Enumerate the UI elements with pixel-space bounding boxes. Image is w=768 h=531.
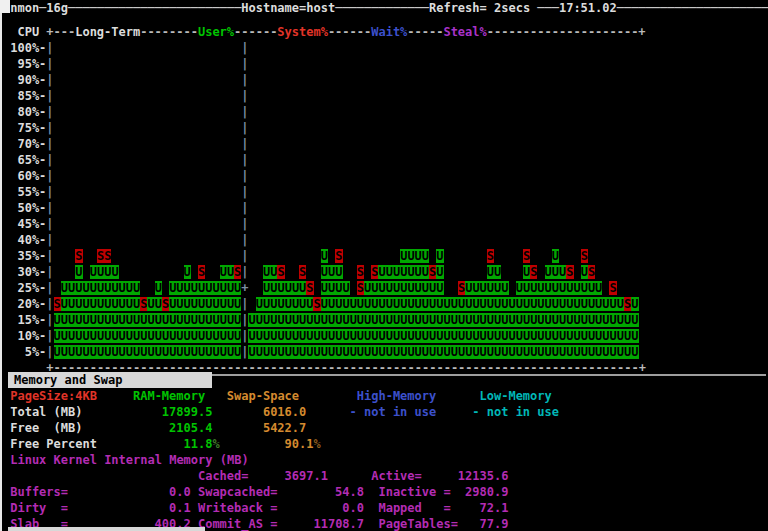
cpu-user-cell: U (494, 265, 501, 279)
cpu-user-cell: U (234, 345, 241, 359)
kernel-row-buffers-seg-3: 54.8 (335, 484, 364, 500)
cpu-system-cell: S (566, 265, 573, 279)
kernel-row-dirty-seg-1: 0.1 (169, 500, 191, 516)
chart-cursor-line: | (241, 136, 248, 152)
kernel-row-slab-seg-4: PageTables= (378, 516, 457, 531)
total-row-seg-4: - not in use (472, 404, 559, 420)
chart-cursor-line: | (241, 328, 248, 344)
kernel-row-cached-seg-3: 12135.6 (458, 468, 509, 484)
kernel-row-buffers-seg-1: 0.0 (169, 484, 191, 500)
title-segment-2: Refresh= 2secs ─── (429, 0, 559, 16)
y-axis-label-85pct: 85%- (17, 88, 46, 104)
title-segment-3: 17:51.02───────────────────── (559, 0, 768, 16)
cpu-header-segment-12: + (638, 24, 645, 40)
y-axis-label-25pct: 25%- (17, 280, 46, 296)
chart-left-border: | (46, 152, 53, 168)
cpu-user-cell: U (631, 313, 638, 327)
y-axis-label-30pct: 30%- (17, 264, 46, 280)
cpu-header-segment-9: ----- (407, 24, 443, 40)
memory-section-rule (212, 374, 766, 376)
cpu-system-cell: S (234, 265, 241, 279)
y-axis-label-90pct: 90%- (17, 72, 46, 88)
chart-cursor-line: | (241, 120, 248, 136)
y-axis-label-45pct: 45%- (17, 216, 46, 232)
chart-left-border: | (46, 136, 53, 152)
y-axis-label-65pct: 65%- (17, 152, 46, 168)
chart-left-border: | (46, 328, 53, 344)
y-axis-label-70pct: 70%- (17, 136, 46, 152)
total-row-seg-0: Total (MB) (10, 404, 82, 420)
cpu-system-cell: S (581, 249, 588, 263)
kernel-row-slab-seg-5: 77.9 (480, 516, 509, 531)
chart-left-border: | (46, 248, 53, 264)
chart-cursor-line: | (241, 88, 248, 104)
chart-left-border: | (46, 40, 53, 56)
chart-left-border: | (46, 72, 53, 88)
chart-cursor-line: | (241, 200, 248, 216)
free-row-seg-1: 2105.4 (169, 420, 212, 436)
y-axis-label-15pct: 15%- (17, 312, 46, 328)
cpu-user-cell: U (234, 297, 241, 311)
kernel-row-dirty-seg-3: 0.0 (342, 500, 364, 516)
cpu-header-segment-5: ------ (234, 24, 277, 40)
y-axis-label-35pct: 35%- (17, 248, 46, 264)
cpu-user-cell: U (75, 265, 82, 279)
cpu-user-cell: U (436, 281, 443, 295)
total-row-seg-2: 6016.0 (263, 404, 306, 420)
chart-cursor-line: | (241, 184, 248, 200)
cpu-header-segment-3: -------- (140, 24, 198, 40)
chart-cursor-line: | (241, 56, 248, 72)
kernel-row-dirty-seg-4: Mapped = (378, 500, 450, 516)
y-axis-label-40pct: 40%- (17, 232, 46, 248)
title-segment-0: nmon─16g──────────────────────── (10, 0, 241, 16)
chart-cursor-line: | (241, 152, 248, 168)
terminal-cursor-block (0, 0, 10, 13)
cpu-system-cell: S (487, 249, 494, 263)
kernel-row-buffers-seg-2: Swapcached= (198, 484, 277, 500)
chart-cursor-line: | (241, 232, 248, 248)
y-axis-label-55pct: 55%- (17, 184, 46, 200)
free-percent-row-seg-0: Free Percent (10, 436, 97, 452)
pagesize-row-seg-4: Low-Memory (480, 388, 552, 404)
cpu-user-cell: U (184, 265, 191, 279)
chart-cursor-plus: + (241, 280, 248, 296)
free-percent-row-seg-1: 11.8 (184, 436, 213, 452)
kernel-row-slab-seg-2: Commit_AS = (198, 516, 277, 531)
chart-left-border: | (46, 200, 53, 216)
cpu-system-cell: S (104, 249, 111, 263)
memory-section-header: Memory and Swap (8, 372, 212, 388)
terminal-left-border (0, 0, 2, 531)
cpu-user-cell: U (436, 249, 443, 263)
cpu-header-segment-2: Long-Term (75, 24, 140, 40)
cpu-user-cell: U (631, 345, 638, 359)
chart-left-border: | (46, 216, 53, 232)
cpu-system-cell: S (357, 265, 364, 279)
cpu-system-cell: S (588, 265, 595, 279)
chart-left-border: | (46, 168, 53, 184)
cpu-user-cell: U (631, 329, 638, 343)
cpu-system-cell: S (609, 281, 616, 295)
cpu-user-cell: U (111, 265, 118, 279)
kernel-row-dirty-seg-5: 72.1 (480, 500, 509, 516)
y-axis-label-80pct: 80%- (17, 104, 46, 120)
memory-section-title: Memory and Swap (14, 372, 122, 388)
free-percent-row-seg-2: % (212, 436, 219, 452)
kernel-row-cached-seg-0: Cached= (198, 468, 249, 484)
kernel-row-buffers-seg-0: Buffers= (10, 484, 68, 500)
y-axis-label-5pct: 5%- (25, 344, 47, 360)
title-segment-1: Hostname=host───────────── (241, 0, 429, 16)
chart-cursor-line: | (241, 168, 248, 184)
cpu-header-segment-1: +--- (46, 24, 75, 40)
free-row-seg-2: 5422.7 (263, 420, 306, 436)
chart-cursor-line: | (241, 248, 248, 264)
chart-left-border: | (46, 312, 53, 328)
cpu-system-cell: S (335, 249, 342, 263)
free-row-seg-0: Free (MB) (10, 420, 82, 436)
cpu-header-segment-7: ------ (328, 24, 371, 40)
nmon-terminal: nmon─16g────────────────────────Hostname… (0, 0, 768, 531)
cpu-user-cell: U (501, 281, 508, 295)
cpu-user-cell: U (321, 249, 328, 263)
free-percent-row-seg-3: 90.1 (285, 436, 314, 452)
cpu-system-cell: S (523, 249, 530, 263)
cpu-header-segment-11: --------------------- (487, 24, 639, 40)
